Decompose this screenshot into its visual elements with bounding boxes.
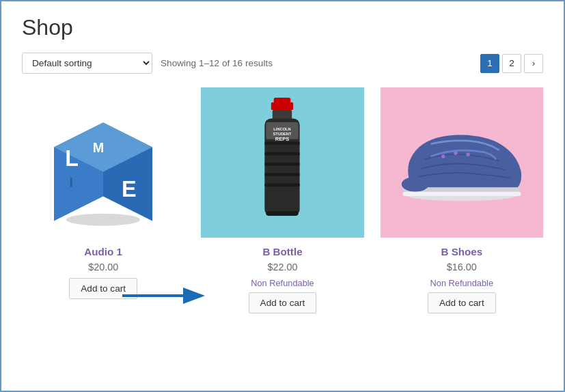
product-image-cube-svg: L M E I [42, 98, 165, 227]
bottle-cap-main [271, 102, 293, 110]
page-btn-2[interactable]: 2 [502, 54, 521, 73]
product-image-bbottle: LINCOLN STUDENT REPS [201, 87, 363, 238]
product-name-audio1: Audio 1 [84, 246, 122, 257]
bottle-bottom [266, 211, 299, 216]
toolbar: Default sorting Sort by popularity Sort … [22, 53, 543, 74]
shoe-toe [402, 177, 429, 192]
product-name-bshoes: B Shoes [441, 246, 482, 257]
cube-letter-e: E [122, 177, 137, 201]
page-title: Shop [22, 15, 543, 40]
product-name-bbottle: B Bottle [262, 246, 302, 257]
product-price-audio1: $20.00 [88, 262, 118, 272]
page-content: Shop Default sorting Sort by popularity … [1, 1, 564, 327]
bottle-ridge1 [265, 142, 300, 145]
results-text: Showing 1–12 of 16 results [161, 58, 273, 68]
blue-arrow [119, 285, 208, 306]
cube-shadow [66, 214, 140, 226]
sort-select[interactable]: Default sorting Sort by popularity Sort … [22, 53, 152, 74]
product-card-audio1: L M E I Audio 1 $20.00 Add to cart [22, 87, 184, 313]
cube-letter-m: M [93, 140, 104, 155]
shoe-sole-white [402, 192, 521, 196]
cube-inner-l: I [70, 175, 74, 190]
add-to-cart-bbottle[interactable]: Add to cart [249, 292, 317, 313]
products-grid: L M E I Audio 1 $20.00 Add to cart [22, 87, 543, 313]
bbottle-action-row: Non Refundable Add to cart [201, 278, 363, 313]
bottle-ridge2 [265, 152, 300, 156]
product-footer-bbottle: B Bottle $22.00 Non Refundable [201, 246, 363, 313]
non-refundable-bshoes: Non Refundable [430, 278, 494, 288]
add-to-cart-bshoes[interactable]: Add to cart [428, 292, 496, 313]
page-btn-next[interactable]: › [524, 54, 543, 73]
product-price-bshoes: $16.00 [447, 262, 477, 272]
product-card-bbottle: LINCOLN STUDENT REPS B Bottle $22.00 [201, 87, 363, 313]
product-card-bshoes: B Shoes $16.00 Non Refundable Add to car… [381, 87, 543, 313]
bottle-label-line3: REPS [275, 136, 290, 142]
shoe-dot2 [454, 152, 457, 155]
page-btn-1[interactable]: 1 [480, 54, 499, 73]
product-price-bbottle: $22.00 [267, 262, 297, 272]
bottle-ridge5 [265, 183, 300, 186]
bbottle-buttons: Non Refundable Add to cart [249, 278, 317, 313]
bottle-cap-top [274, 98, 291, 103]
product-image-bshoes [381, 87, 543, 238]
product-footer-bshoes: B Shoes $16.00 Non Refundable Add to car… [381, 246, 543, 313]
non-refundable-bbottle: Non Refundable [251, 278, 314, 288]
product-image-shoe-svg [394, 122, 530, 204]
shoe-dot3 [466, 152, 469, 156]
cube-letter-l: L [65, 146, 79, 171]
product-image-audio1: L M E I [22, 87, 184, 238]
product-image-bottle-svg: LINCOLN STUDENT REPS [251, 98, 313, 227]
bottle-label-line1: LINCOLN [274, 127, 291, 131]
toolbar-left: Default sorting Sort by popularity Sort … [22, 53, 273, 74]
pagination: 1 2 › [480, 54, 543, 73]
bottle-ridge4 [265, 173, 300, 176]
bottle-ridge3 [265, 163, 300, 166]
shoe-dot1 [441, 154, 445, 158]
bottle-neck [273, 110, 292, 119]
